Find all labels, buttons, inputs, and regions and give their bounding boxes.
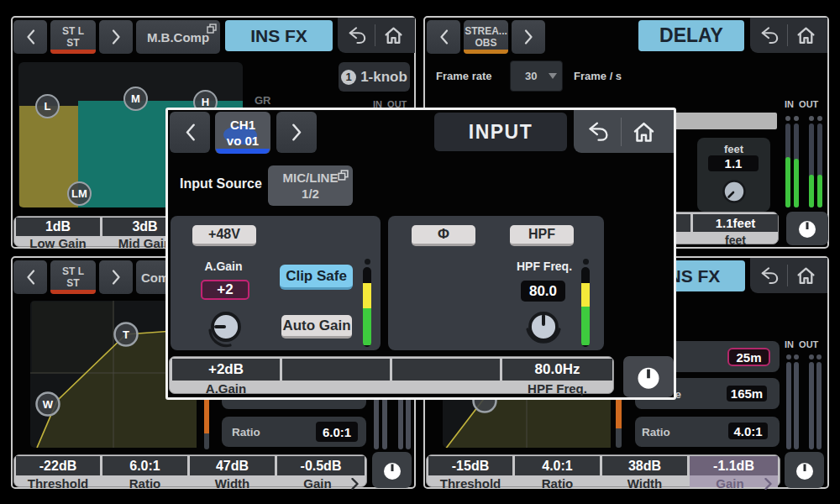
svg-text:W: W — [43, 398, 54, 411]
svg-text:T: T — [123, 328, 129, 341]
